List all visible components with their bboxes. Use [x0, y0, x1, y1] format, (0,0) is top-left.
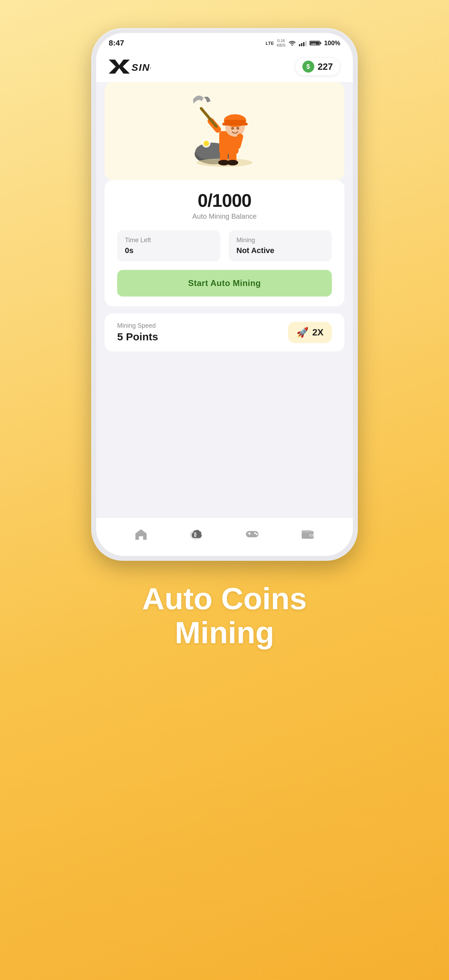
- app-logo: SINO: [109, 60, 151, 73]
- home-icon: [135, 528, 147, 540]
- empty-content-area: [96, 352, 353, 518]
- svg-point-14: [227, 160, 238, 165]
- tagline-line2: Mining: [142, 616, 307, 650]
- kbs-label: 0.16KB/S: [277, 38, 286, 48]
- svg-rect-34: [302, 530, 312, 532]
- nav-item-games[interactable]: [238, 526, 266, 542]
- svg-point-19: [231, 127, 234, 130]
- wifi-icon: [288, 40, 296, 46]
- bottom-nav: ₿: [96, 518, 353, 556]
- phone-inner: 8:47 LTE 0.16KB/S: [96, 33, 353, 556]
- boost-label: 2X: [312, 327, 323, 338]
- svg-point-36: [311, 535, 312, 536]
- svg-point-32: [256, 533, 257, 535]
- speed-info: Mining Speed 5 Points: [117, 322, 158, 343]
- balance-amount: 227: [318, 61, 333, 72]
- battery-icon: 100: [309, 40, 321, 46]
- speed-card: Mining Speed 5 Points 🚀 2X: [104, 313, 345, 352]
- phone-wrapper: 8:47 LTE 0.16KB/S: [91, 28, 358, 561]
- tagline-line1: Auto Coins: [142, 582, 307, 616]
- svg-point-0: [291, 45, 292, 46]
- svg-point-20: [236, 127, 239, 130]
- dollar-icon: $: [302, 60, 314, 73]
- gamepad-icon: [245, 529, 259, 539]
- svg-rect-23: [199, 107, 218, 129]
- wallet-icon: [301, 529, 314, 539]
- mining-label: Mining: [236, 237, 324, 244]
- status-bar: 8:47 LTE 0.16KB/S: [96, 33, 353, 51]
- nav-item-home[interactable]: [128, 526, 154, 542]
- start-mining-button[interactable]: Start Auto Mining: [117, 270, 332, 296]
- status-time: 8:47: [109, 38, 124, 48]
- svg-text:₿: ₿: [194, 532, 197, 537]
- logo-icon: SINO: [109, 60, 151, 73]
- balance-badge: $ 227: [295, 57, 340, 76]
- svg-rect-2: [320, 42, 321, 44]
- svg-rect-30: [249, 532, 250, 535]
- boost-badge[interactable]: 🚀 2X: [288, 322, 332, 343]
- signal-icon: [299, 40, 307, 46]
- battery-percent: 100%: [324, 40, 340, 47]
- stats-section: 0/1000 Auto Mining Balance Time Left 0s …: [104, 180, 345, 306]
- svg-point-25: [203, 140, 209, 146]
- svg-point-31: [254, 532, 256, 534]
- speed-label: Mining Speed: [117, 322, 158, 329]
- lte-icon: LTE: [265, 41, 274, 46]
- time-left-card: Time Left 0s: [117, 230, 220, 261]
- miner-illustration: [186, 89, 263, 173]
- miner-area: [104, 82, 345, 180]
- balance-label: Auto Mining Balance: [117, 212, 332, 221]
- bitcoin-cloud-icon: ₿: [189, 528, 203, 541]
- nav-item-wallet[interactable]: [294, 526, 321, 542]
- mining-status: Not Active: [236, 246, 324, 255]
- mining-balance: 0/1000 Auto Mining Balance: [117, 190, 332, 221]
- info-row: Time Left 0s Mining Not Active: [117, 230, 332, 261]
- svg-text:SINO: SINO: [131, 62, 151, 73]
- speed-value: 5 Points: [117, 331, 158, 343]
- status-icons: LTE 0.16KB/S: [265, 38, 340, 48]
- time-left-value: 0s: [125, 246, 213, 255]
- tagline: Auto Coins Mining: [142, 582, 307, 650]
- app-header: SINO $ 227: [96, 51, 353, 82]
- svg-marker-5: [109, 60, 130, 73]
- balance-display: 0/1000: [117, 190, 332, 211]
- mining-status-card: Mining Not Active: [229, 230, 332, 261]
- svg-rect-18: [222, 123, 248, 126]
- rocket-icon: 🚀: [296, 327, 309, 338]
- svg-text:100: 100: [311, 42, 316, 46]
- time-left-label: Time Left: [125, 237, 213, 244]
- nav-item-mining[interactable]: ₿: [182, 525, 210, 543]
